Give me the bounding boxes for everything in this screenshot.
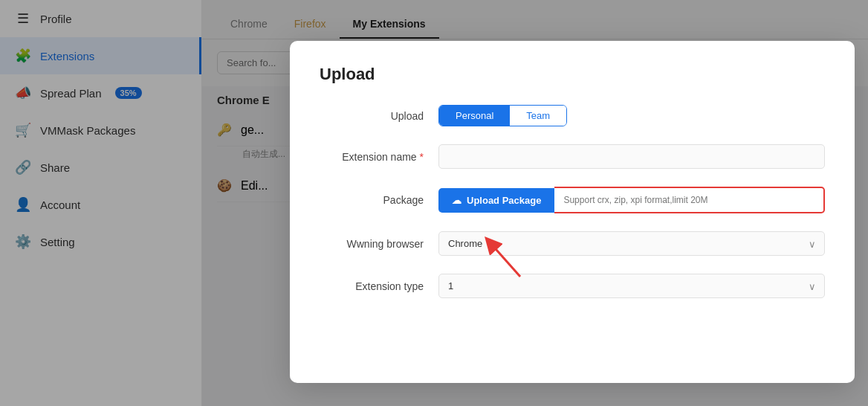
ext-name-label: Extension name *: [320, 151, 438, 163]
ext-type-label: Extension type: [320, 280, 438, 292]
ext-type-row: Extension type 1 2 3: [320, 274, 825, 298]
ext-name-input-wrap: [438, 144, 825, 169]
upload-label: Upload: [320, 110, 438, 122]
ext-type-select-wrap: 1 2 3: [438, 274, 825, 298]
ext-name-row: Extension name *: [320, 144, 825, 169]
upload-toggle-group: Personal Team: [438, 105, 825, 126]
upload-modal: Upload Upload Personal Team Extension na…: [290, 41, 855, 383]
package-input[interactable]: [554, 187, 825, 213]
upload-package-button[interactable]: ☁ Upload Package: [438, 188, 554, 213]
ext-type-select[interactable]: 1 2 3: [438, 274, 825, 298]
ext-name-input[interactable]: [438, 144, 825, 169]
required-marker: *: [420, 151, 424, 163]
modal-title: Upload: [320, 65, 825, 84]
cloud-upload-icon: ☁: [452, 195, 461, 206]
toggle-team[interactable]: Team: [510, 106, 566, 126]
wwning-browser-select[interactable]: Chrome Firefox: [438, 231, 825, 256]
wwning-select-wrap: Chrome Firefox: [438, 231, 825, 256]
upload-pkg-label: Upload Package: [467, 195, 541, 206]
toggle-group: Personal Team: [438, 105, 567, 126]
package-area: ☁ Upload Package: [438, 187, 825, 213]
wwning-row: Wwning browser Chrome Firefox: [320, 231, 825, 256]
toggle-personal[interactable]: Personal: [439, 106, 510, 126]
wwning-label: Wwning browser: [320, 238, 438, 250]
package-row: Package ☁ Upload Package: [320, 187, 825, 213]
package-label: Package: [320, 194, 438, 206]
upload-row: Upload Personal Team: [320, 105, 825, 126]
